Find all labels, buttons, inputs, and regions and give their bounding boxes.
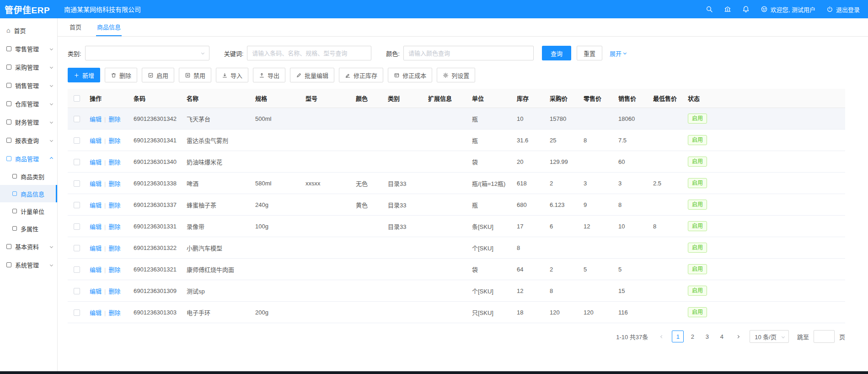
sidebar-item-home[interactable]: ⌂首页 <box>0 21 57 39</box>
color-input[interactable] <box>403 46 534 60</box>
store-icon[interactable] <box>724 5 731 13</box>
edit-link[interactable]: 编辑 <box>90 309 102 316</box>
sidebar-item-sales[interactable]: 销售管理 <box>0 76 57 94</box>
next-page-button[interactable] <box>732 331 743 342</box>
disable-button[interactable]: 禁用 <box>179 68 211 82</box>
cell-name: 蜂蜜柚子茶 <box>183 194 252 216</box>
edit-link[interactable]: 编辑 <box>90 245 102 252</box>
delete-link[interactable]: 删除 <box>108 180 120 187</box>
delete-link[interactable]: 删除 <box>108 137 120 144</box>
reset-button[interactable]: 重置 <box>577 46 602 60</box>
row-checkbox[interactable] <box>74 202 80 208</box>
sidebar-item-finance[interactable]: 财务管理 <box>0 113 57 131</box>
enable-button[interactable]: 启用 <box>142 68 174 82</box>
sidebar-item-label: 商品管理 <box>15 154 47 163</box>
app-logo: 管伊佳ERP <box>5 3 58 16</box>
row-checkbox[interactable] <box>74 223 80 230</box>
delete-link[interactable]: 删除 <box>108 266 120 273</box>
cell-sale_price: 8 <box>615 194 649 216</box>
row-checkbox[interactable] <box>74 159 80 165</box>
delete-link[interactable]: 删除 <box>108 309 120 316</box>
jump-page-input[interactable] <box>814 330 835 343</box>
column-settings-button[interactable]: 列设置 <box>437 68 475 82</box>
sidebar-item-report[interactable]: 报表查询 <box>0 131 57 149</box>
cell-stock: 17 <box>513 216 546 237</box>
sidebar: ⌂首页零售管理采购管理销售管理仓库管理财务管理报表查询商品管理商品类别商品信息计… <box>0 18 58 374</box>
select-all-checkbox[interactable] <box>74 95 80 102</box>
cell-category <box>384 280 424 302</box>
search-button[interactable]: 查询 <box>542 46 571 60</box>
category-select[interactable] <box>85 46 209 60</box>
delete-link[interactable]: 删除 <box>108 245 120 252</box>
table-row: 编辑|删除6901236301341雷达杀虫气雾剂瓶31.62587.5启用 <box>68 130 845 151</box>
cell-purchase_price: 6 <box>546 216 580 237</box>
delete-link[interactable]: 删除 <box>108 288 120 295</box>
fix-cost-button[interactable]: 修正成本 <box>388 68 432 82</box>
sidebar-menu: ⌂首页零售管理采购管理销售管理仓库管理财务管理报表查询商品管理商品类别商品信息计… <box>0 21 57 274</box>
expand-filters-link[interactable]: 展开 <box>610 49 626 58</box>
row-checkbox[interactable] <box>74 245 80 251</box>
edit-link[interactable]: 编辑 <box>90 223 102 230</box>
sidebar-item-warehouse[interactable]: 仓库管理 <box>0 94 57 113</box>
page-1-button[interactable]: 1 <box>672 331 684 342</box>
fix-stock-button[interactable]: 修正库存 <box>339 68 383 82</box>
edit-link[interactable]: 编辑 <box>90 159 102 166</box>
batch-edit-button[interactable]: 批量编辑 <box>290 68 334 82</box>
edit-link[interactable]: 编辑 <box>90 202 102 209</box>
add-button[interactable]: 新增 <box>68 68 100 82</box>
cell-purchase_price: 6.123 <box>546 194 580 216</box>
sidebar-item-label: 基本资料 <box>15 242 47 251</box>
edit-link[interactable]: 编辑 <box>90 266 102 273</box>
delete-link[interactable]: 删除 <box>108 116 120 123</box>
bell-icon[interactable] <box>742 5 750 13</box>
edit-link[interactable]: 编辑 <box>90 180 102 187</box>
row-checkbox[interactable] <box>74 288 80 294</box>
row-checkbox[interactable] <box>74 116 80 122</box>
chevron-down-icon <box>50 120 53 123</box>
page-size-select[interactable]: 10 条/页 <box>750 330 789 343</box>
keyword-input[interactable] <box>247 46 371 60</box>
search-icon[interactable] <box>706 5 713 13</box>
sidebar-item-purchase[interactable]: 采购管理 <box>0 58 57 76</box>
import-icon <box>222 72 228 78</box>
prev-page-button[interactable] <box>656 331 667 342</box>
sidebar-item-retail[interactable]: 零售管理 <box>0 39 57 58</box>
delete-link[interactable]: 删除 <box>108 223 120 230</box>
cell-retail_price: 9 <box>580 194 615 216</box>
page-2-button[interactable]: 2 <box>686 331 698 342</box>
cell-min_price: 8 <box>649 216 684 237</box>
product-table: 操作条码名称规格型号颜色类别扩展信息单位库存采购价零售价销售价最低售价状态 编辑… <box>68 89 845 323</box>
delete-link[interactable]: 删除 <box>108 202 120 209</box>
cell-min_price <box>649 280 684 302</box>
page-3-button[interactable]: 3 <box>701 331 713 342</box>
delete-link[interactable]: 删除 <box>108 159 120 166</box>
cell-unit: 条[SKU] <box>468 216 513 237</box>
tab-1[interactable]: 商品信息 <box>96 18 122 36</box>
sidebar-item-label: 首页 <box>14 26 53 35</box>
edit-link[interactable]: 编辑 <box>90 116 102 123</box>
export-button[interactable]: 导出 <box>253 68 285 82</box>
row-checkbox[interactable] <box>74 266 80 273</box>
sidebar-subitem-product-category[interactable]: 商品类别 <box>0 168 57 185</box>
content: 类别: 关键词: 颜色: 查询 重置 展开 新增删除启用禁用导入导出批量编辑修正… <box>58 37 868 374</box>
page-4-button[interactable]: 4 <box>716 331 728 342</box>
column-header: 规格 <box>252 89 302 108</box>
import-button[interactable]: 导入 <box>216 68 248 82</box>
sidebar-item-system[interactable]: 系统管理 <box>0 255 57 274</box>
sidebar-item-product[interactable]: 商品管理 <box>0 149 57 168</box>
row-checkbox[interactable] <box>74 309 80 316</box>
sidebar-subitem-multi-attribute[interactable]: 多属性 <box>0 220 57 237</box>
row-checkbox[interactable] <box>74 137 80 144</box>
row-checkbox[interactable] <box>74 180 80 187</box>
edit-link[interactable]: 编辑 <box>90 288 102 295</box>
report-icon <box>6 138 11 143</box>
tab-0[interactable]: 首页 <box>69 18 82 36</box>
sidebar-item-basic-data[interactable]: 基本资料 <box>0 237 57 255</box>
welcome-user[interactable]: 欢迎您, 测试用户 <box>761 5 815 14</box>
sidebar-subitem-product-info[interactable]: 商品信息 <box>0 185 57 202</box>
delete-button[interactable]: 删除 <box>105 68 137 82</box>
sidebar-subitem-measure-unit[interactable]: 计量单位 <box>0 202 57 220</box>
logout-button[interactable]: 退出登录 <box>826 5 860 14</box>
edit-link[interactable]: 编辑 <box>90 137 102 144</box>
cell-spec: 240g <box>252 194 302 216</box>
